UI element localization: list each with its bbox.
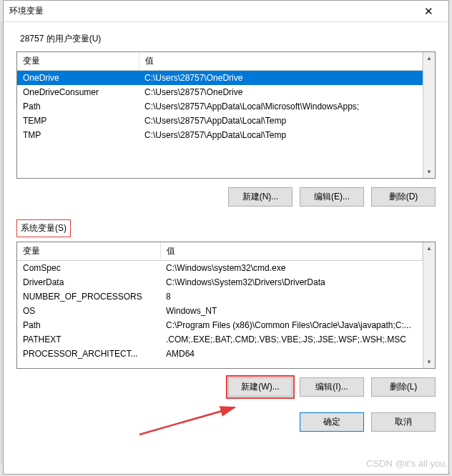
user-vars-label: 28757 的用户变量(U) <box>16 31 104 47</box>
cancel-button[interactable]: 取消 <box>371 412 436 432</box>
scroll-down-icon[interactable]: ▼ <box>423 356 435 368</box>
col-header-value[interactable]: 值 <box>160 242 423 261</box>
table-row[interactable]: OS Windows_NT <box>17 304 423 318</box>
system-edit-button[interactable]: 编辑(I)... <box>300 377 364 397</box>
col-header-value[interactable]: 值 <box>139 52 423 71</box>
scroll-up-icon[interactable]: ▲ <box>423 52 435 64</box>
system-delete-button[interactable]: 删除(L) <box>371 377 436 397</box>
system-new-button[interactable]: 新建(W)... <box>228 377 293 397</box>
scroll-up-icon[interactable]: ▲ <box>423 242 435 254</box>
table-row[interactable]: PROCESSOR_ARCHITECT... AMD64 <box>17 347 423 361</box>
system-vars-label: 系统变量(S) <box>16 219 71 237</box>
user-vars-table[interactable]: 变量 值 OneDrive C:\Users\28757\OneDrive On… <box>16 51 436 179</box>
col-header-variable[interactable]: 变量 <box>17 242 160 261</box>
titlebar: 环境变量 ✕ <box>4 1 448 22</box>
system-vars-table[interactable]: 变量 值 ComSpec C:\Windows\system32\cmd.exe… <box>16 242 436 369</box>
table-row[interactable]: Path C:\Users\28757\AppData\Local\Micros… <box>17 99 423 114</box>
ok-button[interactable]: 确定 <box>300 412 364 432</box>
table-row[interactable]: DriverData C:\Windows\System32\Drivers\D… <box>17 275 423 289</box>
table-row[interactable]: OneDrive C:\Users\28757\OneDrive <box>17 71 423 86</box>
table-row[interactable]: TEMP C:\Users\28757\AppData\Local\Temp <box>17 114 423 128</box>
table-row[interactable]: TMP C:\Users\28757\AppData\Local\Temp <box>17 128 423 142</box>
user-table-scrollbar[interactable]: ▲ ▼ <box>423 52 435 178</box>
table-row[interactable]: OneDriveConsumer C:\Users\28757\OneDrive <box>17 85 423 99</box>
user-delete-button[interactable]: 删除(D) <box>371 187 436 207</box>
table-row[interactable]: PATHEXT .COM;.EXE;.BAT;.CMD;.VBS;.VBE;.J… <box>17 332 423 347</box>
close-icon[interactable]: ✕ <box>414 1 443 21</box>
dialog-title: 环境变量 <box>9 5 414 17</box>
table-row[interactable]: NUMBER_OF_PROCESSORS 8 <box>17 289 423 304</box>
user-new-button[interactable]: 新建(N)... <box>228 187 293 207</box>
table-row[interactable]: Path C:\Program Files (x86)\Common Files… <box>17 318 423 332</box>
col-header-variable[interactable]: 变量 <box>17 52 139 71</box>
user-edit-button[interactable]: 编辑(E)... <box>300 187 364 207</box>
env-vars-dialog: 环境变量 ✕ 28757 的用户变量(U) 变量 值 OneDrive C:\U… <box>3 0 449 475</box>
scroll-down-icon[interactable]: ▼ <box>423 166 435 178</box>
system-table-scrollbar[interactable]: ▲ ▼ <box>423 242 435 368</box>
table-row[interactable]: ComSpec C:\Windows\system32\cmd.exe <box>17 261 423 276</box>
watermark: CSDN @it's all you. <box>366 458 448 469</box>
